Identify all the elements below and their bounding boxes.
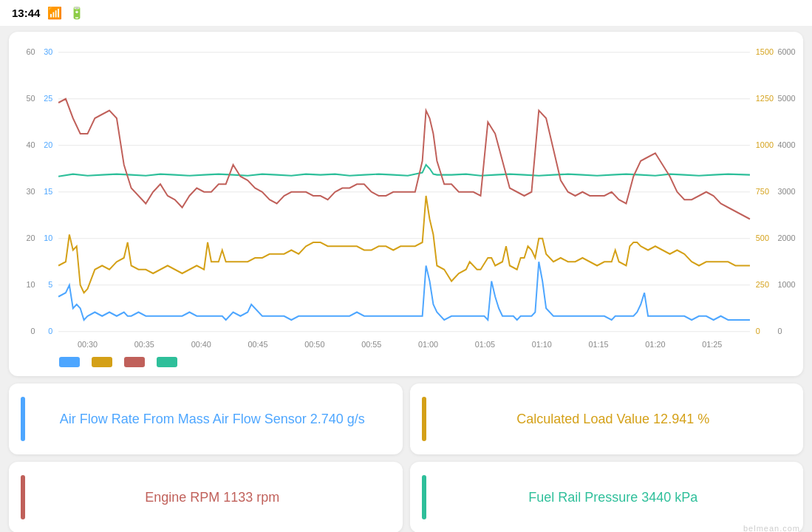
svg-text:1500: 1500 — [756, 47, 774, 56]
calc-load-value: Calculated Load Value 12.941 % — [435, 412, 792, 427]
svg-text:20: 20 — [27, 233, 35, 242]
legend-color-air-flow — [59, 357, 80, 367]
svg-text:30: 30 — [27, 187, 35, 196]
engine-rpm-card: Engine RPM 1133 rpm — [9, 462, 403, 532]
chart-svg: .axis-text { font-size: 11px; fill: #888… — [15, 41, 797, 351]
calc-load-card: Calculated Load Value 12.941 % — [410, 383, 804, 454]
legend-engine-rpm — [124, 357, 145, 367]
svg-text:00:55: 00:55 — [361, 339, 381, 348]
engine-rpm-indicator — [21, 475, 25, 519]
svg-text:60: 60 — [27, 47, 35, 56]
svg-text:4000: 4000 — [777, 140, 795, 149]
svg-text:00:40: 00:40 — [191, 339, 211, 348]
svg-text:1000: 1000 — [756, 140, 774, 149]
svg-text:00:50: 00:50 — [304, 339, 324, 348]
legend-air-flow — [59, 357, 80, 367]
legend-color-engine-rpm — [124, 357, 145, 367]
svg-text:750: 750 — [756, 187, 769, 196]
fuel-rail-value: Fuel Rail Pressure 3440 kPa — [435, 490, 792, 505]
svg-text:0: 0 — [777, 327, 782, 335]
status-bar: 13:44 📶 🔋 — [0, 0, 812, 26]
svg-text:1250: 1250 — [756, 94, 774, 103]
air-flow-card: Air Flow Rate From Mass Air Flow Sensor … — [9, 383, 403, 454]
svg-text:40: 40 — [27, 140, 35, 149]
svg-text:50: 50 — [27, 94, 35, 103]
svg-text:01:25: 01:25 — [702, 339, 722, 348]
air-flow-value: Air Flow Rate From Mass Air Flow Sensor … — [34, 412, 391, 427]
svg-text:01:00: 01:00 — [418, 339, 438, 348]
battery-icon: 🔋 — [69, 6, 84, 20]
svg-text:0: 0 — [756, 327, 760, 335]
svg-text:5000: 5000 — [777, 94, 795, 103]
engine-rpm-value: Engine RPM 1133 rpm — [34, 490, 391, 505]
svg-text:00:45: 00:45 — [248, 339, 267, 348]
legend-color-fuel-rail — [157, 357, 177, 367]
legend-color-calc-load — [92, 357, 112, 367]
svg-text:10: 10 — [44, 233, 52, 242]
legend-fuel-rail — [157, 357, 177, 367]
svg-text:15: 15 — [44, 187, 52, 196]
chart-legend — [15, 351, 797, 370]
chart-card: .axis-text { font-size: 11px; fill: #888… — [9, 32, 803, 376]
svg-text:01:05: 01:05 — [475, 339, 495, 348]
svg-text:5: 5 — [48, 280, 52, 289]
svg-text:01:15: 01:15 — [589, 339, 609, 348]
status-time: 13:44 — [12, 7, 40, 19]
svg-text:00:30: 00:30 — [78, 339, 98, 348]
watermark: belmean.com — [743, 524, 800, 532]
svg-text:3000: 3000 — [777, 187, 795, 196]
svg-text:20: 20 — [44, 140, 52, 149]
svg-text:0: 0 — [48, 327, 52, 335]
svg-text:30: 30 — [44, 47, 52, 56]
svg-text:01:20: 01:20 — [645, 339, 665, 348]
svg-text:500: 500 — [756, 233, 769, 242]
data-cards: Air Flow Rate From Mass Air Flow Sensor … — [9, 383, 803, 532]
svg-text:2000: 2000 — [777, 233, 795, 242]
svg-text:25: 25 — [44, 94, 52, 103]
svg-text:250: 250 — [756, 280, 769, 289]
svg-text:01:10: 01:10 — [532, 339, 552, 348]
svg-text:10: 10 — [27, 280, 35, 289]
fuel-rail-card: Fuel Rail Pressure 3440 kPa — [410, 462, 804, 532]
svg-text:0: 0 — [31, 327, 35, 335]
svg-text:6000: 6000 — [777, 47, 795, 56]
fuel-rail-indicator — [422, 475, 426, 519]
svg-text:1000: 1000 — [777, 280, 795, 289]
calc-load-indicator — [422, 397, 426, 441]
air-flow-indicator — [21, 397, 25, 441]
legend-calc-load — [92, 357, 112, 367]
svg-text:00:35: 00:35 — [134, 339, 154, 348]
wifi-icon: 📶 — [47, 6, 62, 20]
chart-area: .axis-text { font-size: 11px; fill: #888… — [15, 41, 797, 351]
